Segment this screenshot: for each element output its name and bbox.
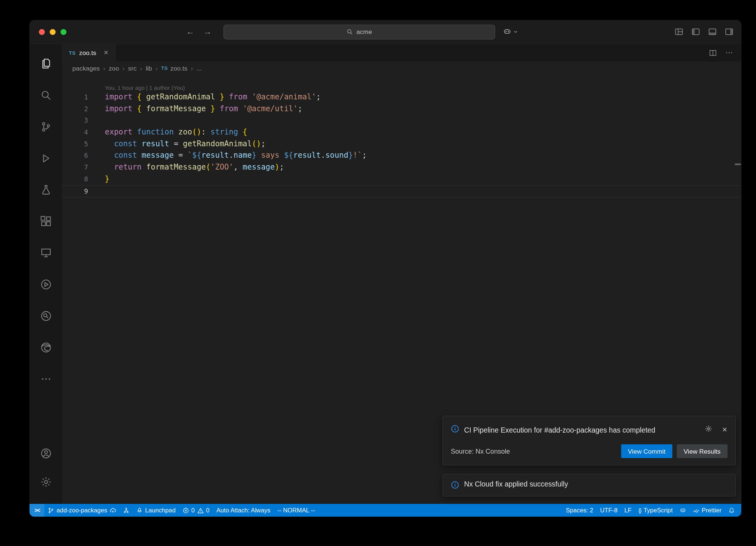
activity-play-circle-button[interactable]	[30, 269, 62, 301]
activity-source-control-button[interactable]	[30, 112, 62, 143]
launchpad-label: Launchpad	[145, 507, 176, 514]
breadcrumb: packages›zoo›src›lib›TSzoo.ts›...	[62, 62, 741, 75]
code-line[interactable]: 3	[62, 115, 741, 127]
activity-edge-tools-button[interactable]	[30, 332, 62, 364]
check-all-icon	[693, 507, 699, 513]
remote-indicator[interactable]: ><	[30, 504, 44, 517]
chevron-right-icon: ›	[103, 64, 106, 72]
view-results-button[interactable]: View Results	[677, 444, 727, 458]
activity-run-debug-button[interactable]	[30, 143, 62, 175]
language-label: TypeScript	[644, 507, 673, 514]
git-graph-button[interactable]	[120, 504, 133, 517]
search-icon	[347, 28, 353, 35]
language-indicator[interactable]: {} TypeScript	[635, 504, 676, 517]
close-icon[interactable]: ✕	[722, 426, 728, 433]
activity-more-button[interactable]	[30, 364, 62, 395]
branch-indicator[interactable]: add-zoo-packages	[44, 504, 120, 517]
notification-message: Nx Cloud fix applied successfully	[464, 479, 568, 489]
activity-search-button[interactable]	[30, 80, 62, 112]
code-line[interactable]: 5 const result = getRandomAnimal();	[62, 138, 741, 150]
screen: ← → acme	[0, 0, 756, 546]
breadcrumb-item[interactable]: packages	[72, 64, 100, 72]
notification-toolbar: ✕	[705, 423, 727, 434]
activity-accounts-button[interactable]	[30, 440, 62, 468]
breadcrumb-item[interactable]: src	[128, 64, 137, 72]
launchpad-button[interactable]: Launchpad	[133, 504, 179, 517]
info-icon	[451, 423, 459, 435]
copilot-status[interactable]	[676, 504, 690, 517]
tab-label: zoo.ts	[79, 49, 96, 57]
code-line[interactable]: 8}	[62, 173, 741, 185]
breadcrumb-item[interactable]: zoo	[109, 64, 119, 72]
status-bar: >< add-zoo-packages Launchpad 0	[30, 504, 741, 517]
auto-attach-indicator[interactable]: Auto Attach: Always	[213, 504, 274, 517]
breadcrumb-item[interactable]: TSzoo.ts	[161, 64, 187, 72]
line-number: 1	[62, 92, 88, 103]
copilot-menu[interactable]	[503, 27, 518, 36]
close-tab-icon[interactable]: ✕	[104, 49, 109, 56]
command-center-text: acme	[356, 28, 372, 35]
line-number: 2	[62, 103, 88, 115]
code-text: import { getRandomAnimal } from '@acme/a…	[88, 92, 321, 103]
go-forward-button[interactable]: →	[203, 27, 212, 37]
customize-layout-icon[interactable]	[675, 28, 683, 36]
toggle-primary-sidebar-icon[interactable]	[691, 28, 700, 36]
breadcrumb-item[interactable]: ...	[196, 64, 202, 72]
play-circle-icon	[40, 279, 52, 292]
testing-icon	[40, 184, 52, 197]
gitlens-annotation: You, 1 hour ago | 1 author (You)	[62, 74, 741, 92]
code-text: import { formatMessage } from '@acme/uti…	[88, 103, 303, 115]
code-line[interactable]: 1import { getRandomAnimal } from '@acme/…	[62, 92, 741, 103]
copilot-icon	[680, 507, 686, 513]
editor-actions: ⋯	[709, 44, 741, 62]
minimize-window-button[interactable]	[50, 29, 56, 35]
split-editor-icon[interactable]	[709, 49, 717, 57]
activity-testing-button[interactable]	[30, 175, 62, 206]
line-number: 4	[62, 127, 88, 139]
breadcrumb-label: src	[128, 64, 137, 72]
breadcrumb-label: zoo.ts	[171, 64, 188, 72]
go-back-button[interactable]: ←	[186, 27, 195, 37]
activity-explorer-button[interactable]	[30, 49, 62, 80]
eol-label: LF	[625, 507, 632, 514]
tab-zoo-ts[interactable]: TS zoo.ts ✕	[62, 44, 115, 62]
indentation-label: Spaces: 2	[566, 507, 593, 514]
error-count: 0	[191, 507, 195, 514]
code-line[interactable]: 6 const message = `${result.name} says $…	[62, 150, 741, 162]
toggle-panel-icon[interactable]	[708, 28, 717, 36]
notifications-bell[interactable]	[725, 504, 738, 517]
notification-source: Source: Nx Console	[451, 447, 510, 455]
view-commit-button[interactable]: View Commit	[621, 444, 672, 458]
indentation-indicator[interactable]: Spaces: 2	[563, 504, 597, 517]
code-line[interactable]: 9	[62, 185, 741, 198]
zoom-window-button[interactable]	[61, 29, 66, 35]
code-line[interactable]: 2import { formatMessage } from '@acme/ut…	[62, 103, 741, 115]
explorer-icon	[40, 58, 52, 71]
gear-icon[interactable]	[705, 425, 712, 434]
line-number: 9	[62, 185, 88, 197]
close-window-button[interactable]	[39, 29, 45, 35]
activity-settings-button[interactable]	[30, 468, 62, 497]
toggle-secondary-sidebar-icon[interactable]	[725, 28, 733, 36]
activity-extensions-button[interactable]	[30, 207, 62, 238]
eol-indicator[interactable]: LF	[621, 504, 635, 517]
more-actions-icon[interactable]: ⋯	[725, 48, 733, 57]
source-control-icon	[40, 121, 52, 134]
breadcrumb-item[interactable]: lib	[146, 64, 152, 72]
activity-inspect-button[interactable]	[30, 301, 62, 332]
breadcrumb-label: lib	[146, 64, 152, 72]
problems-indicator[interactable]: 0 0	[179, 504, 213, 517]
activity-remote-explorer-button[interactable]	[30, 238, 62, 269]
encoding-indicator[interactable]: UTF-8	[597, 504, 621, 517]
line-number: 5	[62, 138, 88, 150]
auto-attach-label: Auto Attach: Always	[216, 507, 270, 514]
chevron-right-icon: ›	[140, 64, 142, 72]
accounts-icon	[40, 447, 52, 461]
command-center-search[interactable]: acme	[223, 24, 495, 39]
encoding-label: UTF-8	[600, 507, 618, 514]
code-line[interactable]: 7 return formatMessage('ZOO', message);	[62, 161, 741, 173]
vim-mode-indicator[interactable]: -- NORMAL --	[274, 504, 319, 517]
copilot-icon	[503, 28, 512, 36]
code-line[interactable]: 4export function zoo(): string {	[62, 127, 741, 139]
formatter-indicator[interactable]: Prettier	[690, 504, 725, 517]
